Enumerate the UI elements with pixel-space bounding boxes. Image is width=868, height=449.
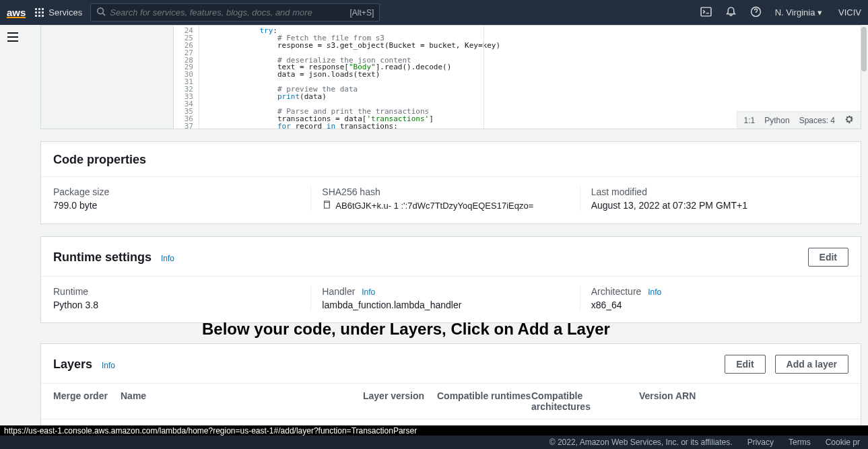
architecture-info-link[interactable]: Info xyxy=(648,287,661,297)
layers-table: Merge order Name Layer version Compatibl… xyxy=(41,383,861,429)
notifications-icon[interactable] xyxy=(725,6,737,20)
footer-cookie-link[interactable]: Cookie pr xyxy=(826,438,860,447)
layers-edit-button[interactable]: Edit xyxy=(725,355,765,374)
cursor-position: 1:1 xyxy=(744,116,756,125)
runtime-info-link[interactable]: Info xyxy=(161,254,174,263)
editor-language[interactable]: Python xyxy=(764,116,789,125)
add-layer-button[interactable]: Add a layer xyxy=(775,355,848,374)
handler-info-link[interactable]: Info xyxy=(362,287,375,297)
architecture-value: x86_64 xyxy=(591,300,838,310)
editor-indent[interactable]: Spaces: 4 xyxy=(799,116,835,125)
services-label: Services xyxy=(48,7,82,18)
runtime-value: Python 3.8 xyxy=(53,300,300,310)
last-modified-label: Last modified xyxy=(591,186,838,197)
editor-statusbar: 1:1 Python Spaces: 4 xyxy=(737,111,861,129)
top-nav: aws Services [Alt+S] N. Virginia ▾ VICIV xyxy=(0,0,868,25)
package-size-value: 799.0 byte xyxy=(53,200,300,211)
console-footer: © 2022, Amazon Web Services, Inc. or its… xyxy=(0,436,868,449)
code-text[interactable]: try: # Fetch the file from s3 response =… xyxy=(199,26,500,129)
package-size-label: Package size xyxy=(53,186,300,197)
help-icon[interactable] xyxy=(750,6,762,20)
code-properties-title: Code properties xyxy=(53,153,146,167)
last-modified-value: August 13, 2022 at 07:32 PM GMT+1 xyxy=(591,200,838,211)
layers-title: Layers xyxy=(53,357,92,371)
sha256-value: AB6tGJK+k.u- 1 :':7dWc7TtDzyYoqEQES17iEq… xyxy=(335,201,533,211)
layers-card: Layers Info Edit Add a layer Merge order… xyxy=(40,343,861,429)
footer-copyright: © 2022, Amazon Web Services, Inc. or its… xyxy=(549,438,733,447)
region-selector[interactable]: N. Virginia ▾ xyxy=(775,7,822,18)
page-scrollbar[interactable] xyxy=(861,27,867,71)
search-input[interactable] xyxy=(110,7,349,18)
browser-status-url: https://us-east-1.console.aws.amazon.com… xyxy=(0,425,868,436)
svg-rect-11 xyxy=(701,7,711,16)
tutorial-annotation: Below your code, under Layers, Click on … xyxy=(202,320,610,339)
services-grid-icon xyxy=(35,8,44,18)
svg-rect-2 xyxy=(42,8,44,10)
col-name: Name xyxy=(121,390,363,412)
sidebar-toggle[interactable] xyxy=(7,32,19,44)
code-editor-panel: 2425262728293031323334353637 try: # Fetc… xyxy=(40,25,861,129)
line-gutter: 2425262728293031323334353637 xyxy=(174,26,199,129)
handler-value: lambda_function.lambda_handler xyxy=(322,300,568,310)
layers-info-link[interactable]: Info xyxy=(102,361,115,370)
footer-privacy-link[interactable]: Privacy xyxy=(747,438,774,447)
code-editor[interactable]: 2425262728293031323334353637 try: # Fetc… xyxy=(174,26,500,129)
col-merge-order: Merge order xyxy=(53,390,121,412)
search-shortcut: [Alt+S] xyxy=(350,8,374,18)
gear-icon[interactable] xyxy=(844,114,854,126)
search-icon xyxy=(96,7,106,18)
footer-terms-link[interactable]: Terms xyxy=(789,438,811,447)
col-compatible-runtimes: Compatible runtimes xyxy=(437,390,531,412)
svg-rect-6 xyxy=(35,15,37,17)
global-search[interactable]: [Alt+S] xyxy=(90,3,380,22)
col-version-arn: Version ARN xyxy=(639,390,848,412)
svg-point-9 xyxy=(98,8,104,14)
svg-rect-7 xyxy=(38,15,40,17)
sha256-label: SHA256 hash xyxy=(322,186,568,197)
svg-line-10 xyxy=(103,13,106,16)
runtime-settings-title: Runtime settings xyxy=(53,250,152,264)
runtime-edit-button[interactable]: Edit xyxy=(808,248,848,267)
aws-logo[interactable]: aws xyxy=(7,7,35,18)
code-properties-card: Code properties Package size 799.0 byte … xyxy=(40,141,861,224)
svg-rect-4 xyxy=(38,11,40,13)
runtime-settings-card: Runtime settings Info Edit Runtime Pytho… xyxy=(40,236,861,323)
runtime-label: Runtime xyxy=(53,286,300,297)
services-menu[interactable]: Services xyxy=(35,7,82,18)
svg-rect-16 xyxy=(325,203,330,209)
svg-rect-3 xyxy=(35,11,37,13)
col-compatible-architectures: Compatible architectures xyxy=(531,390,639,412)
handler-label: Handler xyxy=(322,286,355,297)
page-content: 2425262728293031323334353637 try: # Fetc… xyxy=(40,25,861,429)
layers-table-header: Merge order Name Layer version Compatibl… xyxy=(41,383,861,419)
col-layer-version: Layer version xyxy=(363,390,437,412)
copy-icon[interactable] xyxy=(322,200,331,211)
svg-rect-0 xyxy=(35,8,37,10)
svg-rect-5 xyxy=(42,11,44,13)
file-tree-collapsed[interactable] xyxy=(41,26,174,129)
cloudshell-icon[interactable] xyxy=(700,6,712,20)
account-menu[interactable]: VICIV xyxy=(838,7,861,18)
svg-rect-8 xyxy=(42,15,44,17)
architecture-label: Architecture xyxy=(591,286,642,297)
svg-rect-1 xyxy=(38,8,40,10)
